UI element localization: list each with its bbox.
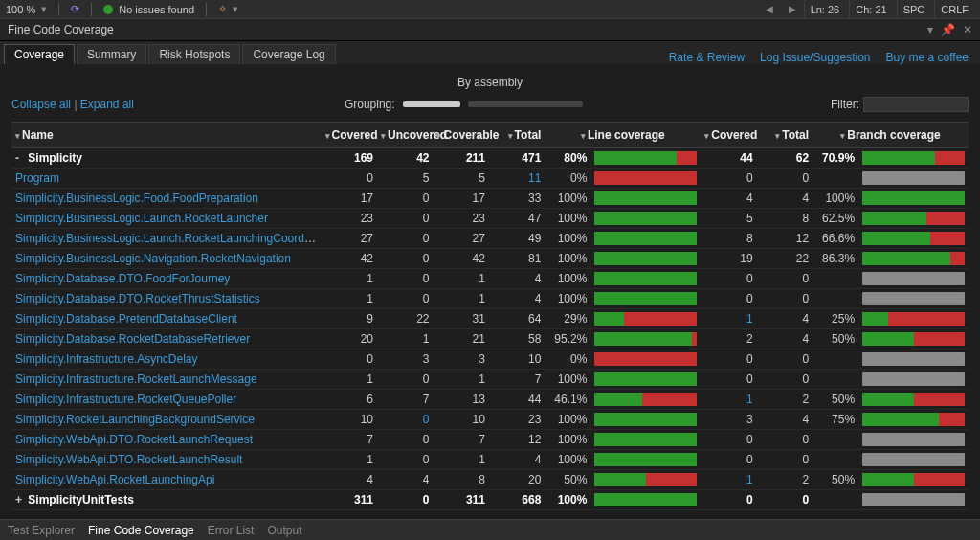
table-row[interactable]: Simplicity.BusinessLogic.Launch.RocketLa… (11, 209, 969, 229)
table-group-row[interactable]: - Simplicity1694221147180%446270.9% (11, 148, 969, 169)
grouping-label: Grouping: (345, 98, 395, 111)
filter-input[interactable] (863, 97, 969, 112)
coverage-bar-empty (862, 493, 965, 506)
scroll-right-icon[interactable]: ▶ (785, 4, 800, 14)
col-branch-total[interactable]: ▾Total (757, 123, 813, 148)
bottom-tab-test-explorer[interactable]: Test Explorer (8, 524, 75, 537)
table-row[interactable]: Simplicity.WebApi.DTO.RocketLaunchReques… (11, 430, 969, 450)
coverage-bar (594, 171, 697, 185)
table-header-row: ▾Name ▾Covered ▾Uncovered ▾Coverable ▾To… (11, 123, 969, 148)
table-row[interactable]: Simplicity.RocketLaunchingBackgroundServ… (11, 410, 969, 430)
col-uncovered[interactable]: ▾Uncovered (377, 123, 433, 148)
table-row[interactable]: Simplicity.Database.RocketDatabaseRetrie… (11, 329, 969, 349)
ide-status-bar: 100 % ▾ ⟳ No issues found ✧ ▾ ◀ ▶ Ln: 26… (0, 0, 980, 19)
cursor-char: Ch: 21 (849, 0, 892, 19)
line-ending[interactable]: CRLF (934, 0, 974, 19)
coverage-bar (594, 473, 697, 486)
table-row[interactable]: Simplicity.BusinessLogic.Food.FoodPrepar… (11, 189, 969, 209)
coverage-bar (594, 272, 697, 285)
bottom-tab-fine-code-coverage[interactable]: Fine Code Coverage (88, 524, 194, 537)
table-row[interactable]: Simplicity.Infrastructure.AsyncDelay0331… (11, 349, 969, 370)
tab-risk-hotspots[interactable]: Risk Hotspots (148, 44, 240, 64)
cursor-line: Ln: 26 (804, 0, 846, 19)
buy-coffee-link[interactable]: Buy me a coffee (886, 51, 969, 64)
col-branch-covered[interactable]: ▾Covered (701, 123, 756, 148)
table-group-row[interactable]: + SimplicityUnitTests3110311668100%00 (11, 490, 969, 510)
grouping-mode-label: By assembly (11, 72, 969, 91)
coverage-tab-bar: Coverage Summary Risk Hotspots Coverage … (0, 41, 980, 64)
tool-window-title-text: Fine Code Coverage (8, 23, 114, 36)
coverage-bar (862, 393, 965, 406)
table-row[interactable]: Simplicity.Database.DTO.FoodForJourney10… (11, 269, 969, 289)
col-name[interactable]: ▾Name (11, 123, 322, 148)
table-row[interactable]: Simplicity.Infrastructure.RocketLaunchMe… (11, 370, 969, 390)
coverage-bar (594, 493, 697, 506)
close-icon[interactable]: ✕ (963, 23, 972, 36)
coverage-bar (594, 252, 697, 265)
col-line-coverage[interactable]: ▾Line coverage (545, 123, 701, 148)
coverage-bar-empty (862, 352, 965, 366)
coverage-bar (594, 352, 697, 366)
coverage-bar (594, 191, 697, 205)
rate-review-link[interactable]: Rate & Review (669, 51, 745, 64)
coverage-bar (594, 232, 697, 245)
log-issue-link[interactable]: Log Issue/Suggestion (760, 51, 870, 64)
table-row[interactable]: Simplicity.WebApi.DTO.RocketLaunchResult… (11, 450, 969, 470)
expand-all-link[interactable]: Expand all (80, 98, 134, 111)
wand-icon[interactable]: ✧ (218, 3, 227, 15)
table-row[interactable]: Simplicity.Database.PretendDatabaseClien… (11, 309, 969, 329)
coverage-bar (862, 232, 965, 245)
tab-coverage-log[interactable]: Coverage Log (242, 44, 335, 64)
tool-window-title: Fine Code Coverage ▾ 📌 ✕ (0, 19, 980, 41)
refresh-icon[interactable]: ⟳ (71, 3, 79, 15)
pin-icon[interactable]: 📌 (941, 23, 955, 36)
coverage-bar (594, 212, 697, 225)
grouping-slider-filled[interactable] (403, 101, 460, 107)
coverage-content: By assembly Collapse all | Expand all Gr… (0, 64, 980, 514)
col-coverable[interactable]: ▾Coverable (433, 123, 488, 148)
filter-label: Filter: (831, 98, 859, 111)
table-row[interactable]: Simplicity.BusinessLogic.Launch.RocketLa… (11, 229, 969, 249)
coverage-bar-empty (862, 433, 965, 446)
col-covered[interactable]: ▾Covered (322, 123, 377, 148)
grouping-slider-track[interactable] (468, 101, 583, 107)
table-row[interactable]: Simplicity.Database.DTO.RocketThrustStat… (11, 289, 969, 309)
coverage-table: ▾Name ▾Covered ▾Uncovered ▾Coverable ▾To… (11, 122, 969, 510)
table-row[interactable]: Program055110%00 (11, 169, 969, 189)
coverage-bar-empty (862, 272, 965, 285)
coverage-bar (862, 332, 965, 346)
table-row[interactable]: Simplicity.Infrastructure.RocketQueuePol… (11, 390, 969, 410)
bottom-tab-output[interactable]: Output (267, 524, 301, 537)
coverage-bar (594, 292, 697, 305)
coverage-bar (594, 151, 697, 165)
coverage-bar (594, 433, 697, 446)
coverage-bar (594, 413, 697, 426)
table-row[interactable]: Simplicity.BusinessLogic.Navigation.Rock… (11, 249, 969, 269)
scroll-left-icon[interactable]: ◀ (762, 4, 777, 14)
zoom-level[interactable]: 100 % (6, 4, 35, 15)
coverage-bar (862, 473, 965, 486)
coverage-bar (862, 312, 965, 326)
status-ok-icon (103, 5, 113, 14)
tab-summary[interactable]: Summary (77, 44, 146, 64)
coverage-bar (862, 413, 965, 426)
issues-label: No issues found (119, 4, 194, 15)
coverage-bar (594, 393, 697, 406)
coverage-bar (862, 191, 965, 205)
tab-coverage[interactable]: Coverage (4, 44, 75, 64)
coverage-bar (594, 372, 697, 386)
ide-bottom-tab-bar: Test Explorer Fine Code Coverage Error L… (0, 519, 980, 540)
coverage-bar (594, 453, 697, 466)
bottom-tab-error-list[interactable]: Error List (208, 524, 255, 537)
coverage-bar (594, 332, 697, 346)
coverage-bar (862, 151, 965, 165)
window-menu-icon[interactable]: ▾ (927, 23, 933, 36)
coverage-bar-empty (862, 171, 965, 185)
coverage-bar-empty (862, 372, 965, 386)
coverage-bar (594, 312, 697, 326)
collapse-all-link[interactable]: Collapse all (11, 98, 71, 111)
table-row[interactable]: Simplicity.WebApi.RocketLaunchingApi4482… (11, 470, 969, 490)
indent-mode[interactable]: SPC (897, 0, 931, 19)
col-branch-coverage[interactable]: ▾Branch coverage (813, 123, 969, 148)
coverage-bar-empty (862, 453, 965, 466)
